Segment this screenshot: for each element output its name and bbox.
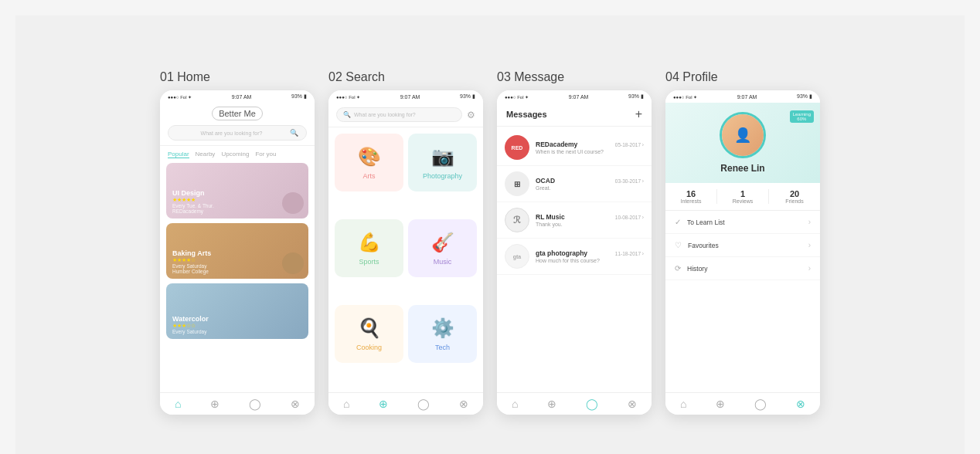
- home-search-bar[interactable]: What are you looking for? 🔍: [168, 125, 307, 141]
- course-title: Watercolor: [172, 315, 302, 323]
- tab-nearby[interactable]: Nearby: [196, 151, 216, 158]
- home-tabs: Popular Nearby Upcoming For you: [160, 146, 315, 163]
- list-item[interactable]: ⊞ OCAD 03-30-2017 › Great.: [497, 166, 652, 202]
- course-info-2: Baking Arts ★★★★☆ Every SaturdayHumber C…: [166, 245, 282, 279]
- nav-home-icon[interactable]: ⌂: [512, 398, 518, 410]
- page-wrapper: 01 Home ●●●○ Fol ✦ 9:07 AM 93% ▮ Better …: [15, 15, 965, 454]
- tab-upcoming[interactable]: Upcoming: [221, 151, 249, 158]
- msg-name-row: RL Music 10-08-2017 ›: [536, 213, 644, 221]
- nav-message-icon[interactable]: ◯: [586, 398, 598, 410]
- avatar: ℛ: [505, 208, 529, 232]
- avatar: RED: [505, 135, 529, 160]
- course-info-3: Watercolor ★★★☆☆ Every Saturday: [166, 310, 308, 339]
- avatar: [282, 252, 304, 274]
- nav-search-icon[interactable]: ⊕: [379, 398, 388, 410]
- sports-icon: 💪: [358, 232, 381, 253]
- msg-sender: RL Music: [536, 213, 565, 221]
- messages-title: Messages: [506, 110, 547, 119]
- category-arts[interactable]: 🎨 Arts: [335, 134, 403, 191]
- search-placeholder: What are you looking for?: [176, 130, 287, 136]
- msg-date: 05-18-2017 ›: [615, 142, 644, 147]
- msg-preview: How much for this course?: [536, 258, 644, 263]
- course-stars: ★★★★★: [172, 197, 276, 203]
- category-tech[interactable]: ⚙️ Tech: [408, 305, 477, 363]
- message-nav: ⌂ ⊕ ◯ ⊗: [497, 392, 652, 415]
- message-header: Messages +: [497, 103, 652, 127]
- search-input[interactable]: 🔍 What are you looking for?: [336, 107, 462, 122]
- category-music[interactable]: 🎸 Music: [408, 219, 477, 277]
- course-info-1: UI Design ★★★★★ Every Tue. & Thur.REDaca…: [166, 185, 282, 219]
- menu-label: To Learn List: [687, 219, 802, 226]
- nav-search-icon[interactable]: ⊕: [547, 398, 556, 410]
- message-section: 03 Message ●●●○ Fol ✦ 9:07 AM 93% ▮ Mess…: [497, 70, 652, 415]
- nav-profile-icon[interactable]: ⊗: [628, 398, 637, 410]
- category-sports[interactable]: 💪 Sports: [335, 219, 403, 277]
- category-photography[interactable]: 📷 Photography: [408, 134, 477, 191]
- tab-foryou[interactable]: For you: [255, 151, 276, 158]
- search-section: 02 Search ●●●○ Fol ✦ 9:07 AM 93% ▮ 🔍 Wha…: [328, 70, 483, 415]
- home-status-bar: ●●●○ Fol ✦ 9:07 AM 93% ▮: [160, 90, 315, 103]
- stat-friends: 20 Friends: [769, 189, 820, 204]
- nav-home-icon[interactable]: ⌂: [343, 398, 349, 410]
- battery: 93% ▮: [460, 93, 475, 100]
- course-meta: Every Tue. & Thur.REDacademy: [172, 203, 276, 214]
- signal: ●●●○ Fol ✦: [673, 94, 697, 100]
- table-row[interactable]: UI Design ★★★★★ Every Tue. & Thur.REDaca…: [166, 163, 308, 219]
- profile-stats: 16 Interests 1 Reviews 20 Friends: [665, 183, 820, 211]
- nav-search-icon[interactable]: ⊕: [716, 398, 725, 410]
- search-icon: 🔍: [343, 111, 351, 118]
- course-meta: Every Saturday: [172, 329, 302, 334]
- nav-home-icon[interactable]: ⌂: [680, 398, 686, 410]
- check-icon: ✓: [675, 218, 681, 226]
- time: 9:07 AM: [400, 94, 420, 100]
- list-item[interactable]: RED REDacademy 05-18-2017 › When is the …: [497, 130, 652, 166]
- add-message-button[interactable]: +: [635, 107, 642, 121]
- nav-message-icon[interactable]: ◯: [754, 398, 767, 410]
- nav-home-icon[interactable]: ⌂: [175, 398, 181, 410]
- avatar-image: 👤: [722, 114, 764, 156]
- course-stars: ★★★☆☆: [172, 323, 302, 329]
- cooking-icon: 🍳: [358, 317, 381, 339]
- home-header: Better Me What are you looking for? 🔍: [160, 103, 315, 146]
- message-phone: ●●●○ Fol ✦ 9:07 AM 93% ▮ Messages + RED …: [497, 90, 652, 415]
- heart-icon: ♡: [675, 241, 682, 249]
- category-cooking[interactable]: 🍳 Cooking: [335, 305, 403, 363]
- course-meta: Every SaturdayHumber College: [172, 263, 276, 274]
- filter-icon[interactable]: ⚙: [467, 110, 475, 120]
- msg-content: RL Music 10-08-2017 › Thank you.: [536, 213, 644, 227]
- nav-message-icon[interactable]: ◯: [249, 398, 261, 410]
- msg-name-row: REDacademy 05-18-2017 ›: [536, 141, 644, 148]
- category-label: Arts: [362, 172, 375, 180]
- search-label: 02 Search: [328, 70, 385, 84]
- chevron-right-icon: ›: [808, 241, 811, 249]
- nav-profile-icon[interactable]: ⊗: [291, 398, 300, 410]
- menu-favourites[interactable]: ♡ Favourites ›: [665, 234, 820, 257]
- menu-label: History: [687, 265, 802, 273]
- msg-preview: When is the next UI course?: [536, 149, 644, 154]
- table-row[interactable]: Baking Arts ★★★★☆ Every SaturdayHumber C…: [166, 223, 308, 279]
- profile-section: 04 Profile ●●●○ Fol ✦ 9:07 AM 93% ▮ Lear…: [665, 70, 820, 415]
- profile-avatar: 👤: [720, 112, 766, 158]
- list-item[interactable]: ℛ RL Music 10-08-2017 › Thank you.: [497, 202, 652, 239]
- search-icon[interactable]: 🔍: [290, 129, 298, 137]
- message-list: RED REDacademy 05-18-2017 › When is the …: [497, 127, 652, 392]
- stat-reviews: 1 Reviews: [716, 189, 769, 204]
- nav-message-icon[interactable]: ◯: [417, 398, 430, 410]
- tech-icon: ⚙️: [431, 317, 454, 339]
- menu-history[interactable]: ⟳ History ›: [665, 257, 820, 280]
- msg-date: 11-18-2017 ›: [615, 251, 644, 256]
- nav-search-icon[interactable]: ⊕: [210, 398, 219, 410]
- nav-profile-icon[interactable]: ⊗: [796, 398, 805, 410]
- signal: ●●●○ Fol ✦: [168, 94, 192, 100]
- table-row[interactable]: Watercolor ★★★☆☆ Every Saturday: [166, 283, 308, 339]
- signal: ●●●○ Fol ✦: [505, 94, 529, 100]
- profile-nav: ⌂ ⊕ ◯ ⊗: [665, 392, 820, 415]
- home-nav: ⌂ ⊕ ◯ ⊗: [160, 392, 315, 415]
- nav-profile-icon[interactable]: ⊗: [459, 398, 468, 410]
- app-logo: Better Me: [212, 107, 263, 120]
- msg-sender: gta photography: [536, 249, 587, 257]
- msg-preview: Great.: [536, 185, 644, 191]
- menu-to-learn-list[interactable]: ✓ To Learn List ›: [665, 211, 820, 234]
- tab-popular[interactable]: Popular: [168, 151, 189, 158]
- list-item[interactable]: gta gta photography 11-18-2017 › How muc…: [497, 239, 652, 275]
